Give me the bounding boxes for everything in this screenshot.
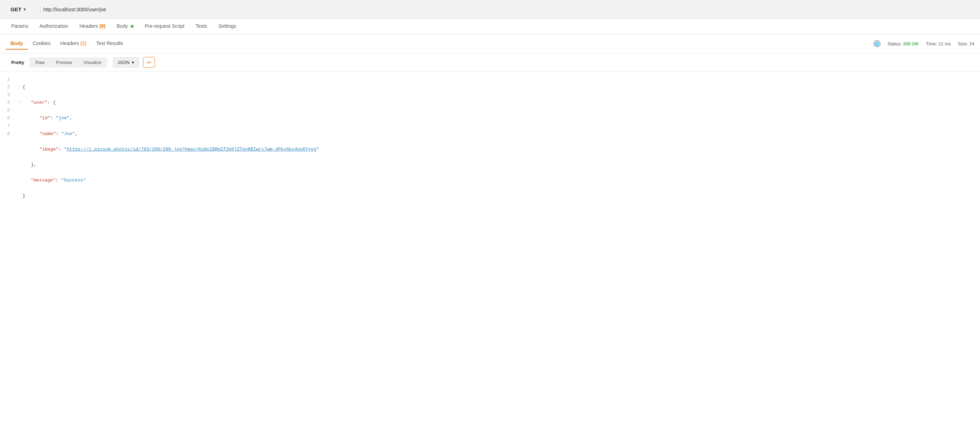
tab-body[interactable]: Body xyxy=(111,19,139,34)
method-chevron-icon: ▾ xyxy=(24,7,25,12)
view-tab-pretty[interactable]: Pretty xyxy=(6,57,30,67)
url-bar: GET ▾ xyxy=(0,0,980,19)
resp-tab-test-results[interactable]: Test Results xyxy=(91,38,128,49)
body-dot-icon xyxy=(131,25,134,28)
response-tabs: Body Cookies Headers (2) Test Results xyxy=(6,38,873,49)
globe-icon[interactable]: 🌐 xyxy=(873,40,881,47)
method-selector[interactable]: GET ▾ xyxy=(6,3,37,15)
json-content[interactable]: ▾{ ▾"user": { "id": "joe", "name": "Joe"… xyxy=(14,72,980,220)
url-input[interactable] xyxy=(43,5,974,14)
format-label: JSON xyxy=(118,60,130,65)
line-numbers: 1 2 3 4 5 6 7 8 xyxy=(0,72,14,220)
resp-tab-cookies[interactable]: Cookies xyxy=(28,38,56,49)
gutter-7 xyxy=(17,177,22,183)
code-line-7: "message": "Success" xyxy=(17,177,977,184)
format-chevron-icon: ▾ xyxy=(132,60,134,65)
resp-headers-count: (2) xyxy=(80,40,86,46)
gutter-4 xyxy=(17,130,22,137)
tab-tests[interactable]: Tests xyxy=(190,19,213,34)
method-label: GET xyxy=(11,6,21,12)
wrap-button[interactable]: ⇌ xyxy=(143,57,155,67)
image-url-link[interactable]: https://i.picsum.photos/id/703/200/200.j… xyxy=(67,147,317,152)
gutter-2: ▾ xyxy=(17,99,22,105)
tab-pre-request-script[interactable]: Pre-request Script xyxy=(139,19,190,34)
status-label: Status: 200 OK xyxy=(888,41,919,46)
code-line-6: }, xyxy=(17,161,977,169)
wrap-icon: ⇌ xyxy=(147,59,151,65)
code-line-1: ▾{ xyxy=(17,83,977,91)
status-value: 200 OK xyxy=(903,41,919,46)
format-selector[interactable]: JSON ▾ xyxy=(113,57,139,67)
gutter-1: ▾ xyxy=(17,83,22,90)
body-toolbar: Pretty Raw Preview Visualize JSON ▾ ⇌ xyxy=(0,53,980,72)
gutter-5 xyxy=(17,146,22,152)
time-label: Time: 12 ms xyxy=(926,41,951,46)
view-tab-visualize[interactable]: Visualize xyxy=(78,57,107,67)
tab-settings[interactable]: Settings xyxy=(213,19,242,34)
response-status: 🌐 Status: 200 OK Time: 12 ms Size: 24 xyxy=(873,40,974,47)
view-tabs: Pretty Raw Preview Visualize xyxy=(6,57,107,67)
code-line-4: "name": "Joe", xyxy=(17,130,977,138)
code-line-3: "id": "joe", xyxy=(17,114,977,122)
code-line-8: } xyxy=(17,192,977,200)
resp-tab-body[interactable]: Body xyxy=(6,38,28,49)
view-tab-preview[interactable]: Preview xyxy=(50,57,78,67)
code-line-5: "image": "https://i.picsum.photos/id/703… xyxy=(17,146,977,153)
gutter-3 xyxy=(17,114,22,121)
gutter-8 xyxy=(17,192,22,199)
view-tab-raw[interactable]: Raw xyxy=(30,57,50,67)
tab-headers[interactable]: Headers (8) xyxy=(74,19,111,34)
tab-authorization[interactable]: Authorization xyxy=(34,19,74,34)
tab-params[interactable]: Params xyxy=(6,19,34,34)
size-label: Size: 24 xyxy=(958,41,974,46)
headers-count: (8) xyxy=(99,23,105,29)
code-line-2: ▾"user": { xyxy=(17,99,977,107)
gutter-6 xyxy=(17,161,22,168)
url-divider xyxy=(40,5,40,14)
code-area: 1 2 3 4 5 6 7 8 ▾{ ▾"user": { "id": "joe… xyxy=(0,72,980,220)
resp-tab-headers[interactable]: Headers (2) xyxy=(56,38,91,49)
response-header: Body Cookies Headers (2) Test Results 🌐 … xyxy=(0,34,980,53)
request-tabs: Params Authorization Headers (8) Body Pr… xyxy=(0,19,980,34)
